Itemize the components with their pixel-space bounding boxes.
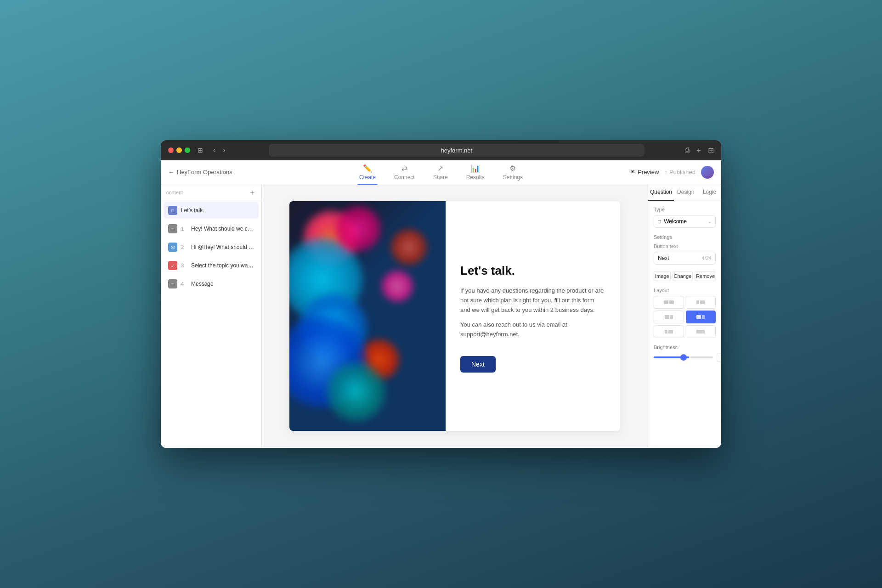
- sidebar: Content ＋ □ Let's talk. ≡ 1 Hey! What sh…: [161, 184, 262, 448]
- sidebar-item-3[interactable]: ✓ 3 Select the topic you want to discuss: [164, 257, 259, 274]
- sidebar-item-4[interactable]: ≡ 4 Message: [164, 276, 259, 292]
- layout-option-3[interactable]: [654, 311, 684, 323]
- layout-bar-3: [700, 300, 705, 304]
- layout-option-4[interactable]: [686, 311, 716, 323]
- remove-button[interactable]: Remove: [695, 271, 716, 281]
- nav-arrows: ‹ ›: [210, 145, 228, 155]
- type-value: Welcome: [664, 218, 687, 225]
- welcome-icon: □: [168, 206, 177, 215]
- form-description-2: You can also reach out to us via email a…: [460, 320, 605, 339]
- back-link-text: HeyForm Operations: [177, 169, 232, 175]
- sidebar-item-num-1: 1: [181, 226, 187, 232]
- back-arrow-icon[interactable]: ‹: [210, 145, 218, 155]
- layout-option-5[interactable]: [654, 325, 684, 338]
- maximize-button[interactable]: [185, 147, 190, 153]
- form-image: [289, 201, 446, 431]
- canvas-area: Let's talk. If you have any questions re…: [262, 184, 648, 448]
- back-link[interactable]: ← HeyForm Operations: [168, 169, 232, 175]
- nav-item-results[interactable]: 📊 Results: [464, 160, 486, 184]
- address-bar[interactable]: heyform.net: [269, 144, 645, 157]
- sidebar-item-text-1: Hey! What should we call you?: [191, 226, 254, 232]
- nav-item-connect[interactable]: ⇄ Connect: [392, 160, 417, 184]
- sidebar-item-text-3: Select the topic you want to discuss: [191, 262, 254, 269]
- share-icon[interactable]: ⎙: [685, 146, 690, 154]
- form-title: Let's talk.: [460, 263, 605, 279]
- minimize-button[interactable]: [176, 147, 182, 153]
- nav-item-share[interactable]: ↗ Share: [431, 160, 450, 184]
- check-icon: ✓: [168, 261, 177, 270]
- panel-body: Type □ Welcome ⌄ Settings Button text: [648, 201, 721, 368]
- preview-button[interactable]: 👁 Preview: [630, 169, 659, 175]
- published-button[interactable]: ↑ Published: [664, 169, 695, 175]
- form-preview: Let's talk. If you have any questions re…: [289, 201, 620, 431]
- settings-nav-icon: ⚙: [509, 164, 516, 173]
- grid-icon[interactable]: ⊞: [708, 146, 714, 155]
- layout-bar-7: [696, 330, 705, 334]
- layout-bar-small-2: [670, 315, 673, 319]
- close-button[interactable]: [168, 147, 174, 153]
- nav-item-create[interactable]: ✏️ Create: [357, 160, 378, 184]
- ink-blob-8: [326, 362, 386, 422]
- create-icon: ✏️: [363, 164, 372, 173]
- settings-label: Settings: [654, 234, 716, 240]
- button-text-value: Next: [658, 255, 669, 261]
- sidebar-item-2[interactable]: ✉ 2 Hi @Hey! What should we call you?. E…: [164, 239, 259, 255]
- sidebar-item-num-4: 4: [181, 281, 187, 287]
- layout-option-2[interactable]: [686, 296, 716, 309]
- sidebar-item-1[interactable]: ≡ 1 Hey! What should we call you?: [164, 220, 259, 237]
- right-panel: Question Design Logic Type: [648, 184, 721, 448]
- sidebar-item-0[interactable]: □ Let's talk.: [164, 202, 259, 219]
- layout-bar-6: [668, 330, 673, 334]
- tab-logic[interactable]: Logic: [698, 184, 721, 201]
- change-button[interactable]: Change: [673, 271, 693, 281]
- image-section: Image Change Remove: [654, 271, 716, 281]
- layout-bar-small-1: [696, 300, 699, 304]
- input-icon: ≡: [168, 224, 177, 233]
- sidebar-toggle-icon[interactable]: ⊞: [198, 147, 203, 154]
- ink-blob-9: [390, 229, 427, 266]
- brightness-value-input[interactable]: [717, 353, 721, 362]
- ink-blob-3: [335, 206, 381, 252]
- tab-logic-label: Logic: [703, 189, 716, 195]
- button-text-field[interactable]: Next 4/24: [654, 252, 716, 265]
- tab-design[interactable]: Design: [674, 184, 697, 201]
- sidebar-item-text-0: Let's talk.: [181, 207, 254, 214]
- nav-settings-label: Settings: [503, 174, 523, 181]
- nav-item-settings[interactable]: ⚙ Settings: [501, 160, 525, 184]
- forward-arrow-icon[interactable]: ›: [220, 145, 228, 155]
- sidebar-item-text-4: Message: [191, 281, 254, 287]
- image-button[interactable]: Image: [654, 271, 671, 281]
- connect-icon: ⇄: [401, 164, 407, 173]
- nav-connect-label: Connect: [394, 174, 415, 181]
- brightness-row: [654, 353, 716, 362]
- nav-results-label: Results: [466, 174, 485, 181]
- eye-icon: 👁: [630, 169, 636, 175]
- sidebar-add-button[interactable]: ＋: [249, 189, 256, 196]
- nav-center: ✏️ Create ⇄ Connect ↗ Share 📊 Results ⚙: [357, 160, 525, 184]
- type-selector-inner: □ Welcome: [658, 218, 687, 225]
- layout-bar-5: [696, 315, 701, 319]
- layout-section: Layout: [654, 288, 716, 338]
- layout-bar-small-3: [702, 315, 705, 319]
- tab-question[interactable]: Question: [648, 184, 674, 201]
- layout-option-6[interactable]: [686, 325, 716, 338]
- email-icon: ✉: [168, 243, 177, 252]
- type-section: Type □ Welcome ⌄: [654, 207, 716, 228]
- user-avatar[interactable]: [701, 166, 714, 179]
- sidebar-item-num-3: 3: [181, 263, 187, 268]
- sidebar-header: Content ＋: [161, 184, 261, 201]
- tab-design-label: Design: [677, 189, 694, 195]
- url-text: heyform.net: [441, 147, 473, 154]
- new-tab-icon[interactable]: ＋: [695, 146, 702, 155]
- form-description-1: If you have any questions regarding the …: [460, 286, 605, 315]
- layout-option-1[interactable]: [654, 296, 684, 309]
- type-selector[interactable]: □ Welcome ⌄: [654, 215, 716, 228]
- title-bar: ⊞ ‹ › heyform.net ⎙ ＋ ⊞: [161, 140, 721, 160]
- form-next-button[interactable]: Next: [460, 356, 496, 373]
- brightness-slider[interactable]: [654, 356, 713, 358]
- msg-icon: ≡: [168, 279, 177, 288]
- layout-grid: [654, 296, 716, 338]
- traffic-lights: [168, 147, 190, 153]
- app-content: ← HeyForm Operations ✏️ Create ⇄ Connect…: [161, 160, 721, 448]
- nav-share-label: Share: [433, 174, 448, 181]
